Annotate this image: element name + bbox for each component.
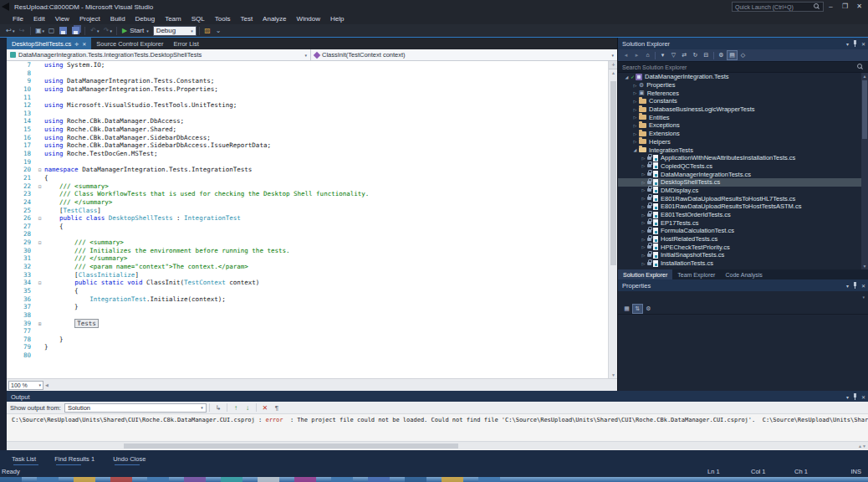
- expander-open-icon[interactable]: ◢: [631, 147, 639, 152]
- back-icon[interactable]: ◂: [620, 50, 631, 60]
- code-line[interactable]: 26⊟ public class DesktopShellTests : Int…: [7, 214, 608, 223]
- menu-item-file[interactable]: File: [8, 13, 28, 24]
- code-line[interactable]: 78 }: [7, 336, 608, 344]
- code-line[interactable]: 25 [TestClass]: [7, 207, 608, 215]
- menu-item-edit[interactable]: Edit: [28, 13, 50, 24]
- code-line[interactable]: 24 /// </summary>: [7, 198, 608, 207]
- home-icon[interactable]: ⌂: [642, 50, 653, 60]
- categorized-icon[interactable]: ▦: [621, 304, 632, 314]
- close-button[interactable]: ✕: [852, 0, 866, 13]
- document-tab[interactable]: Error List: [168, 38, 203, 49]
- expander-closed-icon[interactable]: ▷: [640, 220, 647, 225]
- tree-scrollbar[interactable]: ▲ ▼: [861, 73, 868, 269]
- tree-item[interactable]: ▷Exceptions: [618, 121, 868, 130]
- code-line[interactable]: 13: [7, 110, 608, 118]
- collapse-all-icon[interactable]: ⊟: [701, 50, 712, 60]
- taskbar-app-icon[interactable]: [258, 477, 279, 482]
- expander-closed-icon[interactable]: ▷: [631, 99, 639, 104]
- tree-item[interactable]: ▷InitialSnapshotTests.cs: [618, 251, 868, 259]
- tree-item[interactable]: ▷DesktopShellTests.cs: [618, 178, 868, 187]
- close-icon[interactable]: ✕: [861, 41, 865, 47]
- menu-item-build[interactable]: Build: [105, 13, 130, 24]
- fold-open-icon[interactable]: ⊟: [35, 279, 44, 287]
- dock-tab-team-explorer[interactable]: Team Explorer: [672, 269, 720, 279]
- fold-open-icon[interactable]: ⊟: [35, 166, 44, 174]
- properties-object-select[interactable]: ▾: [618, 291, 868, 303]
- collapsed-region[interactable]: Tests: [74, 319, 99, 328]
- toggle-word-wrap-icon[interactable]: ¶: [271, 403, 283, 413]
- taskbar-app-icon[interactable]: [221, 477, 243, 482]
- menu-item-view[interactable]: View: [50, 13, 74, 24]
- expander-closed-icon[interactable]: ▷: [631, 115, 639, 120]
- code-line[interactable]: 35 {: [7, 287, 608, 295]
- code-line[interactable]: 36 IntegrationTest.Initialize(context);: [7, 295, 608, 304]
- show-all-files-icon[interactable]: ▤: [727, 50, 738, 60]
- close-icon[interactable]: ✕: [861, 283, 865, 289]
- find-in-files-icon[interactable]: ▨: [202, 25, 213, 36]
- navigate-forward-icon[interactable]: ↪: [17, 25, 28, 36]
- taskbar-app-icon[interactable]: [184, 477, 206, 482]
- expander-closed-icon[interactable]: ▷: [640, 253, 647, 258]
- expander-closed-icon[interactable]: ▷: [640, 163, 647, 168]
- property-pages-icon[interactable]: ⚙: [643, 304, 654, 314]
- scrollbar-thumb[interactable]: [610, 81, 616, 265]
- expander-closed-icon[interactable]: ▷: [631, 90, 639, 95]
- bottom-tab-task-list[interactable]: Task List: [12, 455, 36, 463]
- expander-closed-icon[interactable]: ▷: [640, 180, 647, 185]
- tree-item[interactable]: ▷ApplicationWithNewAttributesInstallatio…: [618, 154, 868, 162]
- code-line[interactable]: 28: [7, 230, 608, 238]
- editor-horizontal-scrollbar[interactable]: [54, 381, 617, 390]
- tree-item[interactable]: ▷DataManagerIntegrationTests.cs: [618, 170, 868, 178]
- tree-item[interactable]: ▷E801RawDataUploadResultsToHostHL7Tests.…: [618, 194, 868, 203]
- code-line[interactable]: 32 /// <param name="context">The context…: [7, 263, 608, 271]
- dock-tab-solution-explorer[interactable]: Solution Explorer: [618, 269, 672, 279]
- taskbar-app-icon[interactable]: [74, 477, 95, 482]
- clear-all-icon[interactable]: ✕: [259, 403, 271, 413]
- chevron-down-icon[interactable]: ▾: [846, 394, 849, 400]
- minimize-button[interactable]: –: [824, 0, 838, 13]
- document-tab[interactable]: DesktopShellTests.cs✛✕: [7, 38, 91, 49]
- menu-item-tools[interactable]: Tools: [210, 13, 236, 24]
- pending-changes-filter-icon[interactable]: ▽: [668, 50, 679, 60]
- code-line[interactable]: 22⊟ /// <summary>: [7, 182, 608, 191]
- code-line[interactable]: 7using System.IO;: [7, 61, 608, 69]
- menu-item-sql[interactable]: SQL: [186, 13, 210, 24]
- tree-item[interactable]: ▷Helpers: [618, 138, 868, 146]
- chevron-down-icon[interactable]: ▾: [846, 283, 849, 289]
- output-horizontal-scrollbar[interactable]: ▲▼: [7, 441, 868, 449]
- tree-item[interactable]: ▷▣References: [618, 89, 868, 97]
- code-line[interactable]: 33 [ClassInitialize]: [7, 271, 608, 279]
- expander-closed-icon[interactable]: ▷: [631, 131, 639, 136]
- zoom-select[interactable]: 100 % ▾: [8, 381, 43, 390]
- sync-with-active-document-icon[interactable]: ⇄: [679, 50, 690, 60]
- expander-closed-icon[interactable]: ▷: [631, 107, 639, 112]
- tree-item[interactable]: ▷Entities: [618, 113, 868, 121]
- expander-closed-icon[interactable]: ▷: [640, 204, 647, 209]
- tree-item[interactable]: ▷Constants: [618, 97, 868, 105]
- expander-closed-icon[interactable]: ▷: [631, 139, 639, 144]
- code-line[interactable]: 39⊞ Tests: [7, 320, 608, 328]
- solution-explorer-header[interactable]: Solution Explorer ▾ ✕: [618, 38, 868, 49]
- go-to-previous-message-icon[interactable]: ↑: [230, 403, 242, 413]
- expander-closed-icon[interactable]: ▷: [640, 213, 647, 218]
- bottom-tab-undo-close[interactable]: Undo Close: [113, 455, 146, 463]
- fold-open-icon[interactable]: ⊟: [35, 238, 44, 247]
- tree-item[interactable]: ▷DMDisplay.cs: [618, 187, 868, 195]
- code-line[interactable]: 30 /// Initializes the environment befor…: [7, 247, 608, 255]
- code-line[interactable]: 27 {: [7, 223, 608, 231]
- menu-item-test[interactable]: Test: [235, 13, 258, 24]
- document-tab[interactable]: Source Control Explorer: [91, 38, 168, 49]
- tree-item[interactable]: ▷EP17Tests.cs: [618, 218, 868, 227]
- type-dropdown[interactable]: DataManagerIntegration.Tests.Integration…: [7, 49, 311, 60]
- pin-icon[interactable]: ✛: [74, 41, 79, 47]
- open-file-icon[interactable]: ▢: [46, 25, 57, 36]
- go-to-next-message-icon[interactable]: ↓: [242, 403, 253, 413]
- code-line[interactable]: 12using Microsoft.VisualStudio.TestTools…: [7, 101, 608, 110]
- code-editor[interactable]: 7using System.IO;89using DataManagerInte…: [7, 61, 608, 378]
- taskbar-app-icon[interactable]: [331, 477, 353, 482]
- switch-views-icon[interactable]: ▾: [657, 50, 668, 60]
- properties-header[interactable]: Properties ▾ ✕: [618, 279, 868, 291]
- expander-closed-icon[interactable]: ▷: [640, 228, 647, 233]
- expander-closed-icon[interactable]: ▷: [640, 237, 647, 242]
- code-line[interactable]: 10using DataManagerIntegration.Tests.Pro…: [7, 85, 608, 94]
